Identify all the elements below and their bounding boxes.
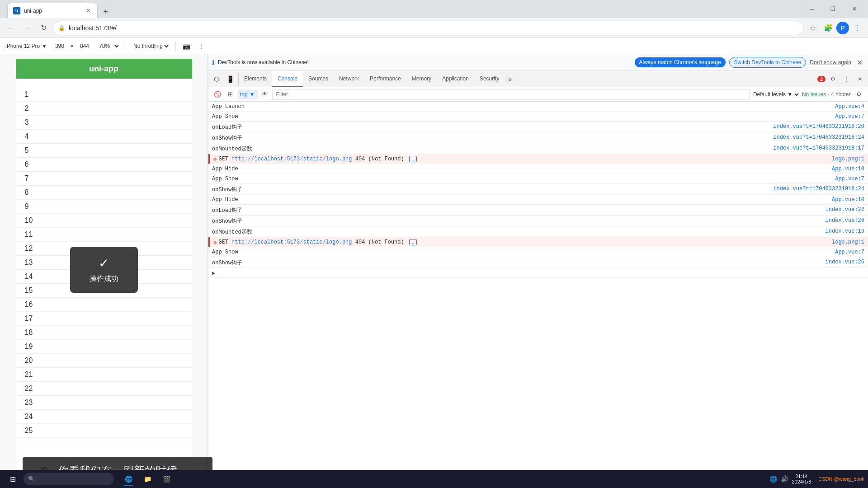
context-selector[interactable]: top ▼ xyxy=(237,89,258,99)
restore-button[interactable]: ❐ xyxy=(823,2,843,16)
log-source-link[interactable]: index.vue?t=1704633231918:20 xyxy=(773,122,864,130)
log-entry: onShow钩子 index.vue:26 xyxy=(208,216,868,226)
devtools-panel: ℹ DevTools is now available in Chinese! … xyxy=(208,54,868,488)
switch-devtools-button[interactable]: Switch DevTools to Chinese xyxy=(729,57,807,68)
tab-security[interactable]: Security xyxy=(474,71,505,87)
log-source-link[interactable]: index.vue?t=1704633231918:24 xyxy=(773,133,864,141)
log-source-link[interactable]: App.vue:10 xyxy=(832,165,864,172)
log-text: onShow钩子 xyxy=(212,258,826,267)
clear-console-btn[interactable]: 🚫 xyxy=(212,89,223,100)
close-button[interactable]: ✕ xyxy=(844,2,864,16)
console-settings-btn[interactable]: ⚙ xyxy=(854,89,864,100)
list-item: 10 xyxy=(16,214,192,228)
list-item: 16 xyxy=(16,298,192,312)
tab-application[interactable]: Application xyxy=(437,71,474,87)
list-item: 19 xyxy=(16,340,192,354)
minimize-button[interactable]: ─ xyxy=(802,2,822,16)
url-text: localhost:5173/#/ xyxy=(69,24,798,32)
tab-performance[interactable]: Performance xyxy=(364,71,406,87)
list-item: 9 xyxy=(16,200,192,214)
log-text: onShow钩子 xyxy=(212,216,826,225)
list-item: 24 xyxy=(16,410,192,424)
log-expand-row[interactable]: ▶ xyxy=(208,268,868,278)
forward-button[interactable]: → xyxy=(20,21,34,35)
taskbar-app-camtasia[interactable]: 🎬 xyxy=(157,471,175,487)
levels-select[interactable]: Default levels ▼ xyxy=(751,89,800,100)
menu-button[interactable]: ⋮ xyxy=(850,21,864,35)
taskbar-app-chrome[interactable]: 🌐 xyxy=(119,471,137,487)
tab-console[interactable]: Console xyxy=(272,71,303,87)
match-language-button[interactable]: Always match Chrome's language xyxy=(635,57,726,67)
clock-date: 2024/1/8 xyxy=(792,479,811,484)
start-button[interactable]: ⊞ xyxy=(4,472,22,486)
capture-screenshot-btn[interactable]: 📷 xyxy=(181,41,192,52)
log-source-link[interactable]: index.vue:26 xyxy=(826,258,864,265)
log-source-link[interactable]: App.vue:7 xyxy=(835,113,864,120)
info-icon: ℹ xyxy=(212,59,214,66)
more-options-btn[interactable]: ⋮ xyxy=(196,41,207,52)
inspect-icon[interactable]: ⬡ xyxy=(210,73,223,85)
expand-icon[interactable]: ▶ xyxy=(212,269,215,277)
log-text: App Hide xyxy=(212,165,832,172)
log-source-link[interactable]: logo.png:1 xyxy=(832,155,864,162)
back-button[interactable]: ← xyxy=(4,21,18,35)
taskbar-search[interactable]: 🔍 xyxy=(24,473,114,485)
reload-button[interactable]: ↻ xyxy=(36,21,51,35)
eye-button[interactable]: 👁 xyxy=(259,89,270,100)
tab-favicon: u xyxy=(13,7,20,14)
log-source-link[interactable]: App.vue:7 xyxy=(835,175,864,182)
browser-tab[interactable]: u uni-app ✕ xyxy=(7,3,98,18)
log-source-link[interactable]: index.vue?t=1704633231918:17 xyxy=(773,144,864,151)
app-header: uni-app xyxy=(16,59,192,79)
address-bar[interactable]: 🔒 localhost:5173/#/ xyxy=(52,21,804,35)
filter-input[interactable] xyxy=(272,89,750,100)
log-source-link[interactable]: index.vue:26 xyxy=(826,216,864,224)
tab-elements[interactable]: Elements xyxy=(239,71,272,87)
dimension-separator: × xyxy=(71,43,74,49)
zoom-selector[interactable]: 78% 50% 75% 100% xyxy=(97,42,120,50)
tab-sources[interactable]: Sources xyxy=(303,71,334,87)
error-info-btn[interactable]: i xyxy=(409,239,417,245)
volume-tray-icon: 🔊 xyxy=(781,475,788,483)
log-source-link[interactable]: App.vue:4 xyxy=(835,103,864,110)
devtools-close-btn[interactable]: ✕ xyxy=(854,73,866,85)
error-url-link[interactable]: http://localhost:5173/static/logo.png xyxy=(231,239,352,245)
log-text: App Show xyxy=(212,113,835,120)
height-input[interactable] xyxy=(75,43,94,49)
extension-btn[interactable]: 🧩 xyxy=(821,21,835,35)
more-tabs-btn[interactable]: » xyxy=(505,75,515,83)
tab-close-btn[interactable]: ✕ xyxy=(85,7,92,14)
throttle-selector[interactable]: No throttling Slow 3G Fast 3G xyxy=(132,42,170,50)
log-source-link[interactable]: index.vue:19 xyxy=(826,227,864,235)
tab-memory[interactable]: Memory xyxy=(406,71,437,87)
tab-network[interactable]: Network xyxy=(334,71,364,87)
collapse-btn[interactable]: ⊞ xyxy=(225,89,236,100)
log-source-link[interactable]: App.vue:7 xyxy=(835,248,864,255)
csdn-watermark: CSDN @wang_book xyxy=(818,476,864,482)
clock-time: 21:14 xyxy=(792,474,811,479)
log-entry: onShow钩子 index.vue?t=1704633231918:24 xyxy=(208,132,868,143)
list-item: 7 xyxy=(16,172,192,186)
taskbar-app-explorer[interactable]: 📁 xyxy=(138,471,156,487)
dont-show-link[interactable]: Don't show again xyxy=(810,59,851,66)
error-url-link[interactable]: http://localhost:5173/static/logo.png xyxy=(231,156,352,162)
bookmark-button[interactable]: ☆ xyxy=(806,21,820,35)
notification-close-btn[interactable]: ✕ xyxy=(855,58,864,67)
mobile-content[interactable]: 1234567891011121314151617181920212223242… xyxy=(16,79,192,461)
error-icon: ⊗ xyxy=(213,155,217,163)
new-tab-button[interactable]: + xyxy=(99,5,112,18)
profile-button[interactable]: P xyxy=(836,22,849,34)
error-info-btn[interactable]: i xyxy=(409,156,417,162)
log-source-link[interactable]: App.vue:10 xyxy=(832,196,864,203)
log-source-link[interactable]: index.vue:22 xyxy=(826,206,864,213)
devtools-settings-btn[interactable]: ⚙ xyxy=(826,73,839,85)
log-error-text: GET http://localhost:5173/static/logo.pn… xyxy=(218,155,832,162)
devtools-more-btn[interactable]: ⋮ xyxy=(840,73,853,85)
device-icon[interactable]: 📱 xyxy=(224,73,236,85)
console-log[interactable]: App Launch App.vue:4 App Show App.vue:7 … xyxy=(208,102,868,488)
no-issues-text: No Issues xyxy=(802,91,826,98)
log-source-link[interactable]: index.vue?t=1704633231918:24 xyxy=(773,185,864,192)
log-source-link[interactable]: logo.png:1 xyxy=(832,238,864,245)
device-selector[interactable]: iPhone 12 Pro ▼ xyxy=(5,43,47,49)
width-input[interactable] xyxy=(51,43,69,49)
